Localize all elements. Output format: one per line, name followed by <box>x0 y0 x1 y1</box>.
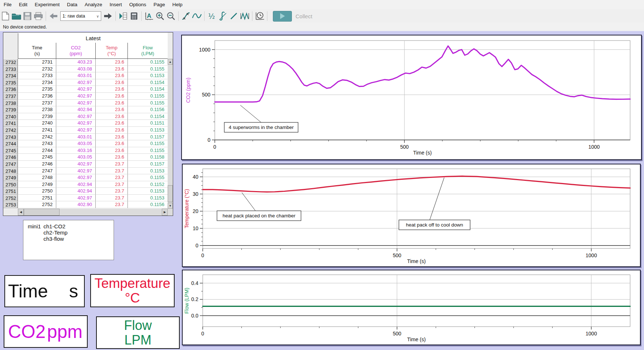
cell-time[interactable]: 2746 <box>18 161 56 168</box>
next-data-set-icon[interactable] <box>118 11 128 21</box>
row-number[interactable]: 2734 <box>3 72 18 79</box>
flow-graph[interactable]: 050010000.00.20.4Time (s)Flow (LPM) <box>182 270 641 345</box>
cell-temp[interactable]: 23.6 <box>95 154 127 161</box>
cell-time[interactable]: 2731 <box>18 59 56 66</box>
cell-co2[interactable]: 402.97 <box>56 195 95 202</box>
cell-time[interactable]: 2733 <box>18 72 56 79</box>
cell-temp[interactable]: 23.7 <box>95 201 127 208</box>
cell-time[interactable]: 2737 <box>18 100 56 107</box>
open-file-icon[interactable] <box>11 11 22 21</box>
cell-time[interactable]: 2734 <box>18 79 56 86</box>
cell-time[interactable]: 2741 <box>18 127 56 134</box>
horizontal-scroll-thumb[interactable] <box>24 209 60 216</box>
cell-temp[interactable]: 23.7 <box>95 168 127 175</box>
column-header-time[interactable]: Time(s) <box>18 43 56 59</box>
cell-time[interactable]: 2748 <box>18 174 56 181</box>
row-number[interactable]: 2753 <box>3 201 18 208</box>
row-number[interactable]: 2736 <box>3 86 18 93</box>
row-number[interactable]: 2746 <box>3 154 18 161</box>
cell-temp[interactable]: 23.6 <box>95 100 127 107</box>
cell-temp[interactable]: 23.6 <box>95 93 127 100</box>
cell-co2[interactable]: 403.08 <box>56 66 95 73</box>
cell-time[interactable]: 2740 <box>18 120 56 127</box>
menu-insert[interactable]: Insert <box>106 0 126 9</box>
cell-temp[interactable]: 23.6 <box>95 134 127 141</box>
cell-time[interactable]: 2742 <box>18 134 56 141</box>
temp-plot[interactable]: 05001000010203040Time (s)Temperature (°C… <box>183 164 640 266</box>
cell-flow[interactable]: 0.1155 <box>127 66 168 73</box>
tangent-icon[interactable] <box>192 11 202 21</box>
row-number[interactable]: 2749 <box>3 174 18 181</box>
statistics-icon[interactable] <box>240 11 250 21</box>
new-document-icon[interactable] <box>0 11 11 21</box>
plot-area[interactable] <box>203 169 630 248</box>
time-meter-box[interactable]: Time s <box>4 275 85 307</box>
menu-help[interactable]: Help <box>169 0 186 9</box>
cell-flow[interactable]: 0.1154 <box>127 113 168 120</box>
cell-flow[interactable]: 0.1156 <box>127 201 168 208</box>
cell-time[interactable]: 2735 <box>18 86 56 93</box>
cell-time[interactable]: 2747 <box>18 168 56 175</box>
cell-co2[interactable]: 402.97 <box>56 100 95 107</box>
cell-co2[interactable]: 402.97 <box>56 174 95 181</box>
cell-co2[interactable]: 402.97 <box>56 161 95 168</box>
zoom-in-icon[interactable] <box>155 11 165 21</box>
cell-co2[interactable]: 402.94 <box>56 106 95 113</box>
cell-flow[interactable]: 0.1154 <box>127 86 168 93</box>
flow-plot[interactable]: 050010000.00.20.4Time (s)Flow (LPM) <box>183 270 640 345</box>
scroll-up-button[interactable]: ▲ <box>168 59 173 65</box>
menu-options[interactable]: Options <box>126 0 150 9</box>
co2-plot[interactable]: 0500100005001000Time (s)CO2 (ppm)4 super… <box>182 35 641 159</box>
cell-co2[interactable]: 402.94 <box>56 181 95 188</box>
menu-experiment[interactable]: Experiment <box>31 0 63 9</box>
cell-flow[interactable]: 0.1156 <box>127 106 168 113</box>
menu-file[interactable]: File <box>0 0 15 9</box>
scroll-right-button[interactable]: ▶ <box>162 209 168 216</box>
collect-button[interactable]: Collect <box>273 11 312 22</box>
temperature-graph[interactable]: 05001000010203040Time (s)Temperature (°C… <box>182 164 641 267</box>
cell-temp[interactable]: 23.7 <box>95 181 127 188</box>
plot-area[interactable] <box>203 275 630 327</box>
calculator-icon[interactable] <box>129 11 139 21</box>
row-number[interactable]: 2737 <box>3 93 18 100</box>
row-number[interactable]: 2744 <box>3 140 18 147</box>
cell-time[interactable]: 2749 <box>18 181 56 188</box>
cell-co2[interactable]: 402.97 <box>56 113 95 120</box>
cell-co2[interactable]: 403.23 <box>56 59 95 66</box>
cell-time[interactable]: 2732 <box>18 66 56 73</box>
cell-time[interactable]: 2744 <box>18 147 56 154</box>
cell-flow[interactable]: 0.1155 <box>127 140 168 147</box>
zoom-out-icon[interactable] <box>166 11 176 21</box>
cell-temp[interactable]: 23.7 <box>95 174 127 181</box>
row-number[interactable]: 2735 <box>3 79 18 86</box>
vertical-scroll-thumb[interactable] <box>168 185 173 202</box>
cell-flow[interactable]: 0.1155 <box>127 59 168 66</box>
cell-time[interactable]: 2743 <box>18 140 56 147</box>
cell-flow[interactable]: 0.1152 <box>127 181 168 188</box>
cell-time[interactable]: 2736 <box>18 93 56 100</box>
cell-temp[interactable]: 23.6 <box>95 120 127 127</box>
cell-flow[interactable]: 0.1153 <box>127 188 168 195</box>
co2-graph[interactable]: 0500100005001000Time (s)CO2 (ppm)4 super… <box>181 35 642 160</box>
cell-time[interactable]: 2750 <box>18 188 56 195</box>
cell-temp[interactable]: 23.7 <box>95 188 127 195</box>
column-header-flow[interactable]: Flow(LPM) <box>127 43 168 59</box>
cell-temp[interactable]: 23.7 <box>95 195 127 202</box>
next-run-icon[interactable] <box>103 11 113 21</box>
cell-co2[interactable]: 402.97 <box>56 86 95 93</box>
data-set-dropdown[interactable]: 1: raw data∨ <box>60 11 101 21</box>
cell-co2[interactable]: 402.97 <box>56 79 95 86</box>
row-number[interactable]: 2740 <box>3 113 18 120</box>
scroll-left-button[interactable]: ◀ <box>18 209 24 216</box>
cell-temp[interactable]: 23.6 <box>95 79 127 86</box>
cell-co2[interactable]: 402.97 <box>56 120 95 127</box>
row-number[interactable]: 2742 <box>3 127 18 134</box>
cell-co2[interactable]: 403.16 <box>56 147 95 154</box>
cell-co2[interactable]: 403.01 <box>56 134 95 141</box>
curve-fit-icon[interactable] <box>181 11 191 21</box>
cell-temp[interactable]: 23.6 <box>95 147 127 154</box>
cell-time[interactable]: 2739 <box>18 113 56 120</box>
row-number[interactable]: 2738 <box>3 100 18 107</box>
row-number[interactable]: 2752 <box>3 195 18 202</box>
cell-temp[interactable]: 23.6 <box>95 86 127 93</box>
